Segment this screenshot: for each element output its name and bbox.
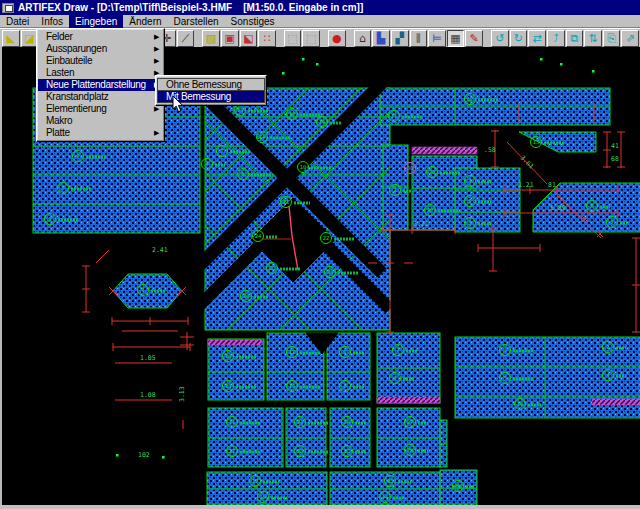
position-number: 7 [396, 347, 399, 353]
plate-points-icon[interactable]: ∷ [258, 30, 276, 47]
plate-frame-icon-glyph: ▣ [224, 33, 234, 44]
mouse-cursor [172, 96, 184, 113]
raster-icon[interactable]: ▦ [447, 30, 465, 47]
title-bar: ARTIFEX Draw - [D:\Temp\Tiff\Beispiel-3.… [0, 0, 640, 15]
menu-item-lasten[interactable]: Lasten▶ [38, 67, 163, 79]
position-number: 8 [590, 203, 593, 209]
rotate-ccw-icon-glyph: ↺ [495, 33, 504, 44]
position-number: 6 [468, 220, 471, 226]
dimension-label: 41 [611, 142, 619, 150]
menu-item-elementierung[interactable]: Elementierung▶ [38, 103, 163, 115]
duplicate-element-icon[interactable]: ⎘ [603, 30, 621, 47]
tick-mark [592, 70, 595, 73]
tick-mark [302, 58, 305, 61]
dimension-label: 5.89 [550, 204, 566, 212]
shift-element-icon[interactable]: ⇗ [621, 30, 639, 47]
position-number: 15 [237, 107, 244, 113]
position-number: 19 [319, 119, 326, 125]
menu-item-felder[interactable]: Felder▶ [38, 31, 163, 43]
position-number: 13 [289, 383, 296, 389]
menubar-item-darstellen[interactable]: Darstellen [168, 15, 225, 28]
position-number: 13 [533, 139, 540, 145]
pencil-icon[interactable]: ✎ [465, 30, 483, 47]
submenu-arrow-icon: ▶ [154, 43, 159, 55]
rotate-element-icon[interactable]: ⤴ [547, 30, 565, 47]
ghost-plate-icon[interactable]: ⬚ [284, 30, 302, 47]
ghost-plate-icon-glyph: ⬚ [287, 33, 297, 44]
slab-panels [33, 88, 640, 505]
position-number: 12 [467, 96, 474, 102]
menu-item-einbauteile[interactable]: Einbauteile▶ [38, 55, 163, 67]
position-number: 26 [243, 293, 250, 299]
dimension-label: 3.21 [413, 220, 429, 228]
position-number: 10 [300, 164, 307, 170]
pencil-icon-glyph: ✎ [470, 33, 479, 44]
position-number: 8 [343, 383, 346, 389]
menubar-item-infos[interactable]: Infos [35, 15, 69, 28]
hatch-plate-icon-glyph: ▨ [206, 33, 216, 44]
menubar-item-sonstiges[interactable]: Sonstiges [225, 15, 281, 28]
slope-icon[interactable]: ⟋ [177, 30, 195, 47]
shift-element-icon-glyph: ⇗ [626, 33, 635, 44]
menu-item-neue-plattendarstellung[interactable]: Neue Plattendarstellung▶ [38, 79, 163, 91]
position-number: 10 [517, 401, 524, 407]
position-number: 44 [382, 494, 389, 500]
position-number: 3 [503, 347, 506, 353]
bottom-border [0, 505, 640, 509]
position-number: 28 [427, 207, 434, 213]
plate-opening-icon-glyph: ◪ [24, 33, 34, 44]
plate-fill-icon[interactable]: ◣ [2, 30, 20, 47]
rotate-ccw-icon[interactable]: ↺ [491, 30, 509, 47]
position-number: 16 [225, 353, 232, 359]
mirror-horizontal-icon-glyph: ⇄ [532, 33, 541, 44]
columns-icon[interactable]: ⫼ [410, 30, 428, 47]
point-load-icon[interactable]: ● [328, 30, 346, 47]
hatch-pencil-icon[interactable]: ▞ [391, 30, 409, 47]
tick-mark [316, 63, 319, 66]
duplicate-element-icon-glyph: ⎘ [607, 33, 616, 44]
hatch-plate-icon[interactable]: ▨ [202, 30, 220, 47]
house-icon[interactable]: ⌂ [354, 30, 372, 47]
plate-frame-icon[interactable]: ▣ [221, 30, 239, 47]
beam-span-icon[interactable]: ⊨ [428, 30, 446, 47]
position-number: 9 [76, 153, 79, 159]
ghost-plate-2-icon[interactable]: ⬚ [302, 30, 320, 47]
position-number: 14 [259, 134, 266, 140]
menubar-item-eingeben[interactable]: Eingeben [69, 15, 123, 28]
columns-icon-glyph: ⫼ [416, 33, 421, 44]
raster-icon-glyph: ▦ [450, 33, 460, 44]
position-number: 40 [455, 483, 462, 489]
app-icon[interactable] [2, 3, 14, 13]
position-number: 23 [269, 265, 276, 271]
slab-panel [208, 339, 264, 400]
plate-points-icon-glyph: ∷ [263, 33, 270, 44]
position-number: 30 [407, 165, 414, 171]
menubar-item-aendern[interactable]: Ändern [123, 15, 167, 28]
position-number: 5 [468, 198, 471, 204]
menu-eingeben-dropdown: Felder▶ Aussparungen▶ Einbauteile▶ Laste… [36, 28, 165, 142]
tick-mark [282, 72, 285, 75]
rotate-cw-icon[interactable]: ↻ [510, 30, 528, 47]
point-load-icon-glyph: ● [332, 33, 342, 44]
plate-diagonal-icon[interactable]: ⬕ [240, 30, 258, 47]
position-number: 6 [241, 171, 244, 177]
position-number: 2 [393, 187, 396, 193]
menu-bar: Datei Infos Eingeben Ändern Darstellen S… [0, 15, 640, 28]
menu-item-platte[interactable]: Platte▶ [38, 127, 163, 139]
menu-item-aussparungen[interactable]: Aussparungen▶ [38, 43, 163, 55]
menu-item-kranstandplatz[interactable]: Kranstandplatz [38, 91, 163, 103]
palette-icon[interactable]: ▙ [372, 30, 390, 47]
tick-mark [560, 63, 563, 66]
ghost-plate-2-icon-glyph: ⬚ [306, 33, 316, 44]
position-number: 5 [503, 375, 506, 381]
copy-element-icon[interactable]: ⧉ [566, 30, 584, 47]
menu-item-makro[interactable]: Makro [38, 115, 163, 127]
position-number: 15 [225, 383, 232, 389]
mirror-horizontal-icon[interactable]: ⇄ [528, 30, 546, 47]
mirror-vertical-icon[interactable]: ⇅ [584, 30, 602, 47]
position-number: 20 [429, 169, 436, 175]
menubar-item-datei[interactable]: Datei [0, 15, 35, 28]
dimension-label: 81 [548, 181, 556, 189]
position-number: 24 [344, 419, 351, 425]
position-number: 25 [327, 269, 334, 275]
